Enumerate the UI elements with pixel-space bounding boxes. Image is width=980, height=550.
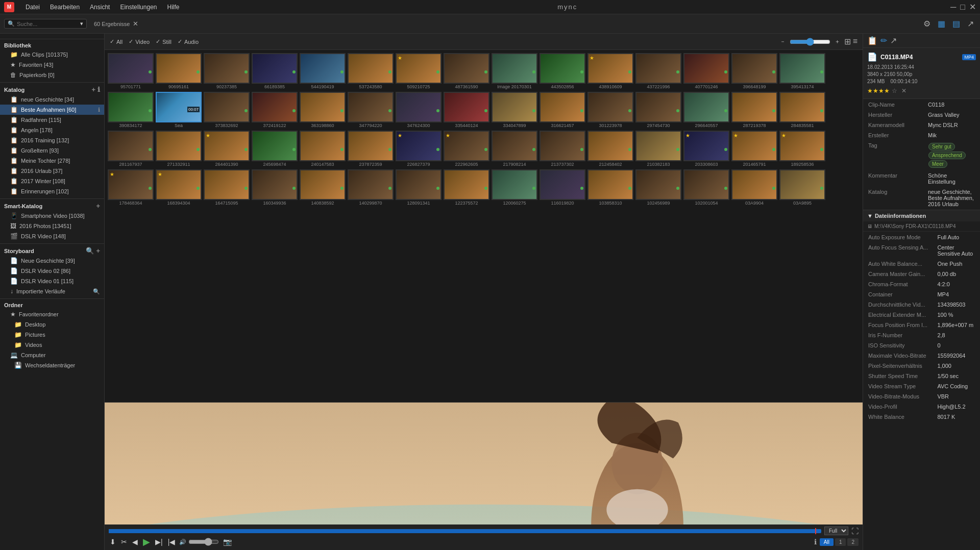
fullscreen-icon[interactable]: ⛶ [851, 527, 859, 535]
thumbnail-item[interactable]: 396648199 [731, 53, 777, 90]
menu-ansicht[interactable]: Ansicht [85, 0, 115, 14]
thumbnail-item[interactable]: 122375572 [444, 169, 489, 206]
filter-audio[interactable]: ✓ Audio [178, 38, 199, 45]
sidebar-item-neue-geschichte-s[interactable]: 📄 Neue Geschichte [39] [0, 256, 104, 266]
thumbnail-item[interactable]: 90695161 [156, 53, 202, 90]
katalog-info-icon[interactable]: ℹ [97, 86, 100, 93]
thumbnail-item[interactable]: 296640557 [683, 92, 729, 129]
thumbnail-item[interactable]: 120060275 [492, 169, 537, 206]
sidebar-item-radfahren[interactable]: 📋 Radfahren [115] [0, 115, 104, 125]
sidebar-item-favoriten[interactable]: ★ Favoriten [43] [0, 60, 104, 70]
snapshot-button[interactable]: 📷 [222, 537, 233, 547]
progress-handle[interactable] [815, 528, 816, 534]
thumbnail-item[interactable]: 372419122 [252, 92, 298, 129]
prev-button[interactable]: ◀ [131, 537, 139, 547]
storyboard-add-icon[interactable]: + [96, 247, 100, 255]
thumbnail-item[interactable]: 240147583 [300, 131, 346, 167]
thumbnail-item[interactable]: 284835581 [779, 92, 825, 129]
sidebar-item-importierte-verlaufe[interactable]: ↓ Importierte Verläufe 🔍 [0, 286, 104, 296]
sidebar-item-pictures[interactable]: 📁 Pictures [0, 330, 104, 340]
storyboard-search-icon[interactable]: 🔍 [86, 247, 94, 255]
thumbnail-item[interactable]: 103858310 [587, 169, 633, 206]
thumbnail-item[interactable]: 90237385 [204, 53, 250, 90]
sidebar-item-favoritenordner[interactable]: ★ Favoritenordner [0, 309, 104, 319]
sidebar-item-erinnerungen[interactable]: 📋 Erinnerungen [102] [0, 186, 104, 196]
filmstrip-view-icon[interactable]: ▤ [950, 18, 962, 30]
thumbnail-item[interactable]: 160349936 [252, 169, 298, 206]
thumbnail-item[interactable]: 373832692 [204, 92, 250, 129]
restore-icon[interactable]: □ [960, 3, 965, 12]
thumbnail-item[interactable]: ★226827379 [396, 131, 442, 167]
sidebar-item-winter2017[interactable]: 📋 2017 Winter [108] [0, 176, 104, 186]
smart-katalog-add-icon[interactable]: + [96, 202, 100, 210]
thumbnail-item[interactable]: Image 20170301 [492, 53, 537, 90]
tag-sehr-gut[interactable]: Sehr gut [928, 143, 955, 151]
thumbnail-item[interactable]: 213737302 [540, 131, 585, 167]
sidebar-item-angeln[interactable]: 📋 Angeln [178] [0, 125, 104, 135]
sidebar-item-desktop[interactable]: 📁 Desktop [0, 319, 104, 330]
thumbnail-item[interactable]: ★201465791 [731, 131, 777, 167]
mark-in-button[interactable]: ⬇ [109, 537, 117, 547]
zoom-minus-icon[interactable]: － [780, 38, 786, 45]
sidebar-item-beste-aufnahmen[interactable]: 📋 Beste Aufnahmen [60] ℹ [0, 105, 104, 115]
filter-all[interactable]: ✓ All [110, 38, 122, 45]
video-preview-image[interactable] [105, 403, 863, 524]
thumbnail-item[interactable]: 544190419 [300, 53, 346, 90]
thumbnail-item[interactable]: 164715095 [204, 169, 250, 206]
rating-close-icon[interactable]: ✕ [901, 87, 906, 94]
thumbnail-item[interactable]: 297454730 [635, 92, 681, 129]
zoom-slider[interactable] [790, 38, 830, 46]
sidebar-item-alle-clips[interactable]: 📁 Alle Clips [101375] [0, 49, 104, 60]
info-button[interactable]: ℹ [814, 538, 817, 546]
thumbnail-item[interactable]: 210382183 [635, 131, 681, 167]
thumbnail-item[interactable]: ★264401390 [204, 131, 250, 167]
thumbnail-item[interactable]: 140838592 [300, 169, 346, 206]
search-input[interactable] [17, 21, 78, 27]
progress-bg[interactable] [109, 529, 821, 533]
sidebar-item-dslr-video02[interactable]: 📄 DSLR Video 02 [86] [0, 266, 104, 276]
thumbnail-item[interactable]: 00:07Sea [156, 92, 202, 129]
volume-slider[interactable] [188, 538, 219, 546]
tag-ansprechend[interactable]: Ansprechend [928, 152, 966, 159]
share-icon[interactable]: ↗ [965, 18, 976, 30]
thumbnail-item[interactable]: 334047899 [492, 92, 537, 129]
filter-still[interactable]: ✓ Still [156, 38, 172, 45]
thumbnail-item[interactable]: 03A9895 [779, 169, 825, 206]
thumbnail-item[interactable]: 212458402 [587, 131, 633, 167]
thumbnail-item[interactable]: 281167937 [108, 131, 154, 167]
settings-icon[interactable]: ⚙ [921, 18, 933, 30]
sidebar-item-smartphone-video[interactable]: 📱 Smartphone Video [1038] [0, 211, 104, 221]
grid-view-button[interactable]: ⊞ [844, 37, 851, 46]
sidebar-item-photos2016[interactable]: 🖼 2016 Photos [13451] [0, 221, 104, 231]
filter-video[interactable]: ✓ Video [129, 38, 150, 45]
next-button[interactable]: ▶| [154, 537, 164, 547]
storyboard-action-icon[interactable]: 📋 [867, 36, 877, 45]
sidebar-item-wechseldatentrager[interactable]: 💾 Wechseldatenträger [0, 360, 104, 370]
thumbnail-item[interactable]: 217908214 [492, 131, 537, 167]
thumbnail-item[interactable]: 237872359 [348, 131, 394, 167]
sidebar-item-urlaub2016[interactable]: 📋 2016 Urlaub [37] [0, 166, 104, 176]
thumbnail-item[interactable]: 271332911 [156, 131, 202, 167]
minimize-icon[interactable]: ─ [950, 3, 956, 12]
thumbnail-item[interactable]: 03A9904 [731, 169, 777, 206]
grid-view-icon[interactable]: ▦ [936, 18, 947, 30]
thumbnail-item[interactable]: ★509210725 [396, 53, 442, 90]
edit-action-icon[interactable]: ✏ [880, 36, 887, 45]
thumbnail-item[interactable]: 395413174 [779, 53, 825, 90]
sidebar-item-neue-geschichte[interactable]: 📋 neue Geschichte [34] [0, 94, 104, 105]
prev-frame-button[interactable]: |◀ [167, 537, 177, 547]
thumbnail-item[interactable]: 487361590 [444, 53, 489, 90]
sidebar-item-meine-tochter[interactable]: 📋 Meine Tochter [278] [0, 156, 104, 166]
thumbnail-item[interactable]: 287219378 [731, 92, 777, 129]
thumbnail-item[interactable]: 407701246 [683, 53, 729, 90]
menu-hilfe[interactable]: Hilfe [162, 0, 184, 14]
tab-2[interactable]: 2 [847, 538, 859, 546]
thumbnail-item[interactable]: 66189385 [252, 53, 298, 90]
importierte-search-icon[interactable]: 🔍 [93, 288, 100, 295]
katalog-add-icon[interactable]: + [91, 86, 95, 93]
thumbnail-item[interactable]: 347794220 [348, 92, 394, 129]
quality-select[interactable]: Full [824, 527, 848, 535]
search-dropdown-icon[interactable]: ▾ [80, 20, 83, 27]
tab-1[interactable]: 1 [835, 538, 846, 546]
thumbnail-item[interactable]: 537243580 [348, 53, 394, 90]
